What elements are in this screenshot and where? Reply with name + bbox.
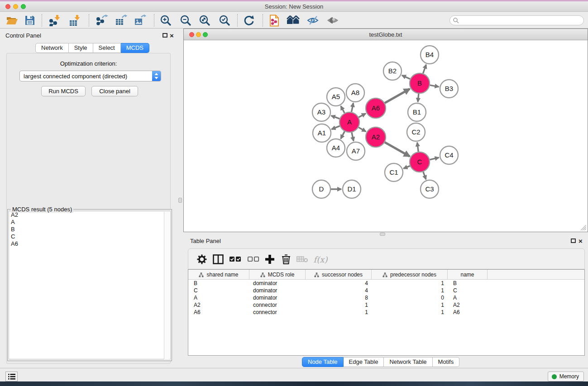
select-all-button[interactable] — [228, 253, 243, 266]
control-panel-float-button[interactable] — [163, 33, 167, 38]
criterion-dropdown[interactable]: largest connected component (directed) — [19, 71, 161, 81]
edge-A-A1[interactable] — [331, 126, 339, 129]
table-row[interactable]: Cdominator41C — [188, 287, 584, 294]
node-C1[interactable]: C1 — [385, 163, 403, 181]
network-minimize-light[interactable] — [196, 32, 201, 37]
node-A[interactable]: A — [339, 112, 359, 132]
node-C3[interactable]: C3 — [421, 180, 439, 198]
column-header-name[interactable]: name — [448, 270, 488, 280]
open-file-button[interactable] — [5, 14, 19, 27]
node-D[interactable]: D — [312, 180, 330, 198]
edge-C-C2[interactable] — [417, 143, 418, 152]
hide-selected-button[interactable] — [306, 14, 320, 27]
mcds-result-item[interactable]: A6 — [9, 240, 170, 248]
column-header-successor-nodes[interactable]: successor nodes — [306, 270, 372, 280]
edge-A-A5[interactable] — [341, 106, 344, 113]
node-C2[interactable]: C2 — [407, 123, 425, 141]
edge-C-C3[interactable] — [423, 172, 426, 180]
node-B3[interactable]: B3 — [440, 80, 458, 98]
edge-C-C1[interactable] — [403, 166, 410, 169]
table-panel-close-button[interactable]: × — [578, 238, 583, 244]
tab-network[interactable]: Network — [35, 43, 69, 53]
control-panel-close-button[interactable]: × — [170, 33, 174, 38]
zoom-in-button[interactable] — [158, 14, 173, 27]
table-row[interactable]: Bdominator41B — [188, 280, 584, 287]
tab-mcds[interactable]: MCDS — [121, 43, 149, 53]
main-titlebar[interactable]: Session: New Session — [0, 1, 588, 12]
save-session-button[interactable] — [23, 14, 37, 27]
export-table-button[interactable] — [114, 14, 129, 27]
node-A7[interactable]: A7 — [347, 142, 365, 160]
search-input[interactable] — [459, 16, 583, 24]
table-settings-button[interactable] — [195, 253, 209, 266]
import-network-button[interactable] — [48, 14, 62, 27]
node-C4[interactable]: C4 — [440, 146, 458, 164]
node-A3[interactable]: A3 — [312, 103, 330, 121]
deselect-all-button[interactable] — [246, 253, 261, 266]
edge-A-A4[interactable] — [341, 131, 345, 138]
edge-B-B2[interactable] — [402, 75, 410, 79]
network-close-light[interactable] — [189, 32, 194, 37]
mcds-result-item[interactable]: A — [9, 219, 170, 226]
node-B1[interactable]: B1 — [408, 103, 426, 121]
zoom-selected-button[interactable] — [217, 14, 232, 27]
horizontal-splitter-handle[interactable] — [380, 233, 385, 236]
table-panel-float-button[interactable] — [571, 238, 576, 243]
show-column-button[interactable] — [211, 253, 225, 266]
node-B[interactable]: B — [410, 73, 430, 93]
edge-B-B1[interactable] — [418, 94, 419, 102]
mcds-result-list[interactable]: A2ABCA6 — [9, 211, 171, 359]
search-field[interactable] — [449, 15, 584, 25]
task-history-button[interactable] — [5, 372, 18, 381]
edge-A6-B[interactable] — [385, 89, 410, 103]
table-header-row[interactable]: shared nameMCDS rolesuccessor nodesprede… — [188, 270, 584, 280]
close-panel-button[interactable]: Close panel — [91, 86, 138, 96]
import-table-button[interactable] — [68, 14, 82, 27]
edge-A-A8[interactable] — [352, 103, 354, 112]
node-D1[interactable]: D1 — [343, 180, 361, 198]
run-mcds-button[interactable]: Run MCDS — [41, 86, 86, 96]
node-A8[interactable]: A8 — [346, 84, 364, 102]
edge-C-C4[interactable] — [430, 157, 439, 160]
edge-A-A6[interactable] — [359, 114, 366, 117]
table-row[interactable]: A2connector11A2 — [188, 301, 584, 309]
refresh-button[interactable] — [242, 14, 256, 27]
export-network-button[interactable] — [95, 14, 110, 27]
node-A5[interactable]: A5 — [327, 88, 345, 106]
edge-B-B3[interactable] — [430, 85, 439, 87]
new-network-from-selection-button[interactable] — [267, 14, 282, 27]
resize-grip-icon[interactable] — [581, 225, 587, 231]
node-A1[interactable]: A1 — [313, 124, 331, 142]
edge-A-A2[interactable] — [359, 127, 366, 131]
tab-motifs[interactable]: Motifs — [433, 357, 460, 367]
export-image-button[interactable] — [133, 14, 148, 27]
node-A6[interactable]: A6 — [366, 98, 386, 118]
delete-column-button[interactable] — [279, 253, 293, 266]
edge-B-B4[interactable] — [423, 65, 426, 74]
edge-A2-C[interactable] — [385, 142, 410, 156]
network-graph[interactable]: AA1A3A5A8A4A7A6A2BB2B4B3B1CC2C4C1C3DD1 — [184, 40, 588, 232]
add-column-button[interactable] — [263, 253, 277, 266]
mcds-result-item[interactable]: C — [9, 233, 170, 240]
vertical-splitter-handle[interactable] — [178, 198, 182, 203]
mcds-list-scrollbar[interactable] — [164, 212, 170, 359]
tab-style[interactable]: Style — [69, 43, 93, 53]
memory-button[interactable]: Memory — [548, 372, 584, 381]
node-A2[interactable]: A2 — [366, 127, 386, 147]
table-row[interactable]: Adominator80A — [188, 294, 584, 301]
network-window-titlebar[interactable]: testGlobe.txt — [184, 29, 588, 40]
show-all-button[interactable] — [326, 14, 340, 27]
tab-node-table[interactable]: Node Table — [302, 357, 344, 367]
node-table[interactable]: shared nameMCDS rolesuccessor nodesprede… — [188, 269, 585, 356]
network-canvas[interactable]: AA1A3A5A8A4A7A6A2BB2B4B3B1CC2C4C1C3DD1 — [184, 40, 588, 232]
edge-A-A7[interactable] — [352, 132, 354, 141]
reset-view-button[interactable] — [286, 14, 301, 27]
node-A4[interactable]: A4 — [327, 139, 345, 157]
column-header-mcds-role[interactable]: MCDS role — [249, 270, 306, 280]
column-header-predecessor-nodes[interactable]: predecessor nodes — [372, 270, 448, 280]
edge-A-A3[interactable] — [331, 116, 340, 119]
table-row[interactable]: A6connector11A6 — [188, 309, 584, 316]
mcds-result-item[interactable]: B — [9, 226, 170, 233]
node-B4[interactable]: B4 — [421, 46, 439, 64]
column-header-shared-name[interactable]: shared name — [188, 270, 249, 280]
